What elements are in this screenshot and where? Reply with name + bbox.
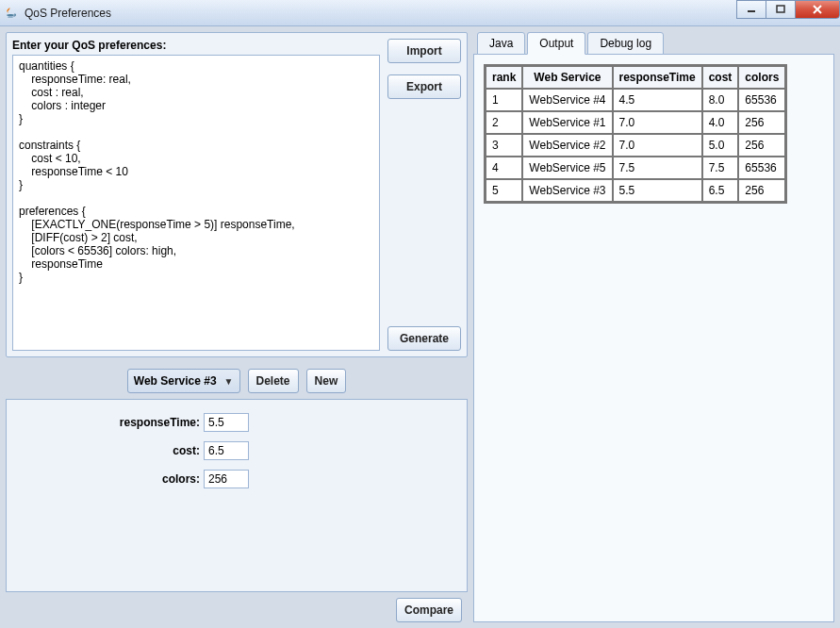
prop-row-colors: colors: (16, 470, 457, 488)
left-column: Enter your QoS preferences: Import Expor… (6, 32, 468, 622)
close-button[interactable] (795, 0, 840, 19)
th-rank: rank (486, 66, 522, 89)
svg-rect-1 (777, 6, 784, 12)
service-panel: Web Service #3 ▼ Delete New responseTime… (6, 363, 468, 622)
delete-button[interactable]: Delete (248, 369, 299, 393)
table-row: 4WebService #57.57.565536 (486, 157, 785, 179)
table-cell-cost: 5.0 (702, 134, 739, 157)
chevron-down-icon: ▼ (224, 376, 234, 387)
colors-input[interactable] (204, 470, 249, 488)
table-cell-ws: WebService #1 (522, 111, 612, 134)
spacer (387, 110, 461, 315)
window-controls (737, 0, 840, 19)
table-cell-colors: 256 (738, 111, 785, 134)
tab-output[interactable]: Output (527, 32, 585, 55)
service-dropdown[interactable]: Web Service #3 ▼ (127, 369, 240, 393)
import-button[interactable]: Import (387, 39, 461, 63)
right-column: Java Output Debug log rank Web Service r… (473, 32, 834, 622)
export-button[interactable]: Export (387, 74, 461, 99)
compare-row: Compare (6, 592, 468, 622)
table-cell-ws: WebService #4 (522, 89, 612, 111)
table-cell-colors: 256 (738, 179, 785, 202)
content: Enter your QoS preferences: Import Expor… (0, 26, 840, 628)
generate-button[interactable]: Generate (387, 326, 461, 351)
table-cell-rank: 5 (486, 179, 522, 202)
table-cell-rt: 7.0 (613, 111, 702, 134)
table-cell-ws: WebService #3 (522, 179, 612, 202)
new-button[interactable]: New (306, 369, 347, 393)
table-cell-rt: 7.0 (613, 134, 702, 157)
table-cell-rank: 3 (486, 134, 522, 157)
service-toolbar: Web Service #3 ▼ Delete New (6, 363, 468, 399)
tab-content-output: rank Web Service responseTime cost color… (473, 54, 834, 622)
service-dropdown-label: Web Service #3 (134, 374, 217, 388)
qos-panel: Enter your QoS preferences: Import Expor… (6, 32, 468, 357)
table-row: 2WebService #17.04.0256 (486, 111, 785, 134)
qos-textarea[interactable] (12, 55, 380, 351)
table-header-row: rank Web Service responseTime cost color… (486, 66, 785, 89)
prop-label-cost: cost: (16, 444, 200, 457)
table-cell-rt: 5.5 (613, 179, 702, 202)
th-colors: colors (738, 66, 785, 89)
side-buttons: Import Export Generate (387, 39, 461, 351)
prop-row-responseTime: responseTime: (16, 413, 457, 432)
table-cell-cost: 4.0 (702, 111, 739, 134)
java-icon (4, 6, 19, 21)
properties-panel: responseTime: cost: colors: (6, 399, 468, 592)
tab-java[interactable]: Java (477, 32, 525, 55)
table-row: 1WebService #44.58.065536 (486, 89, 785, 111)
table-cell-cost: 8.0 (702, 89, 739, 111)
prop-row-cost: cost: (16, 441, 457, 460)
table-cell-colors: 256 (738, 134, 785, 157)
th-rt: responseTime (613, 66, 702, 89)
table-cell-ws: WebService #5 (522, 157, 612, 179)
table-cell-rank: 1 (486, 89, 522, 111)
table-cell-rank: 4 (486, 157, 522, 179)
table-cell-colors: 65536 (738, 157, 785, 179)
cost-input[interactable] (204, 441, 249, 460)
compare-button[interactable]: Compare (396, 598, 462, 622)
table-cell-cost: 6.5 (702, 179, 739, 202)
prop-label-colors: colors: (16, 472, 200, 486)
minimize-button[interactable] (736, 0, 766, 19)
table-cell-ws: WebService #2 (522, 134, 612, 157)
table-cell-colors: 65536 (738, 89, 785, 111)
th-cost: cost (702, 66, 739, 89)
titlebar: QoS Preferences (0, 0, 840, 26)
table-cell-cost: 7.5 (702, 157, 739, 179)
table-cell-rank: 2 (486, 111, 522, 134)
table-cell-rt: 7.5 (613, 157, 702, 179)
qos-area: Enter your QoS preferences: (12, 39, 380, 351)
maximize-button[interactable] (766, 0, 796, 19)
table-row: 3WebService #27.05.0256 (486, 134, 785, 157)
tabs: Java Output Debug log (473, 32, 834, 55)
window-title: QoS Preferences (25, 7, 111, 20)
prop-label-responseTime: responseTime: (16, 416, 200, 429)
table-cell-rt: 4.5 (613, 89, 702, 111)
output-table: rank Web Service responseTime cost color… (484, 64, 787, 204)
tab-debug[interactable]: Debug log (587, 32, 664, 55)
qos-label: Enter your QoS preferences: (12, 39, 380, 52)
th-ws: Web Service (522, 66, 612, 89)
table-row: 5WebService #35.56.5256 (486, 179, 785, 202)
responseTime-input[interactable] (204, 413, 249, 432)
